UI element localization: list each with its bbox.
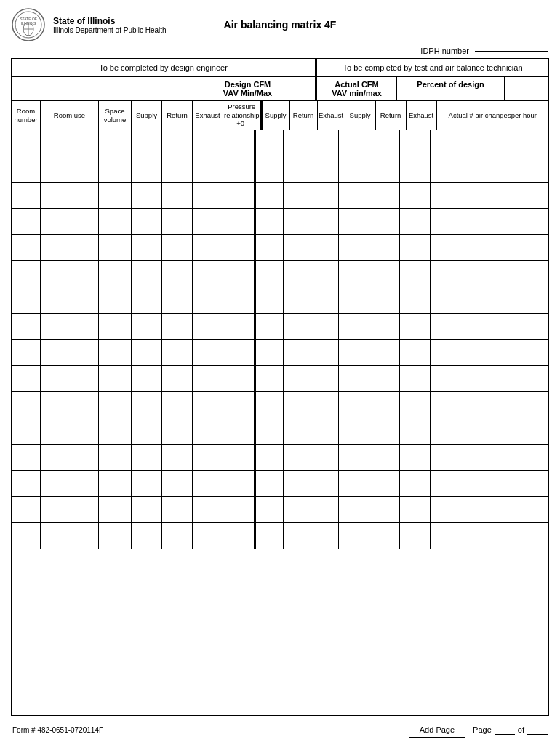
table-row — [12, 340, 548, 366]
table-cell — [99, 156, 132, 182]
add-page-button[interactable]: Add Page — [409, 722, 465, 738]
total-pages-line — [527, 725, 548, 735]
table-row — [12, 209, 548, 235]
table-cell — [12, 183, 41, 208]
col-exhaust-1: Exhaust — [193, 101, 223, 130]
table-row — [12, 261, 548, 287]
table-cell — [284, 445, 311, 470]
table-row — [12, 156, 548, 183]
table-cell — [223, 183, 256, 208]
table-cell — [369, 523, 400, 549]
table-cell — [369, 340, 400, 365]
table-cell — [162, 209, 193, 234]
sh-last-empty — [505, 77, 548, 100]
table-cell — [132, 392, 162, 418]
table-cell — [132, 523, 162, 549]
table-cell — [99, 287, 132, 313]
table-cell — [193, 209, 223, 234]
table-cell — [311, 156, 339, 182]
table-row — [12, 183, 548, 209]
table-cell — [12, 497, 41, 522]
table-cell — [12, 471, 41, 496]
table-cell — [400, 183, 431, 208]
table-cell — [256, 471, 284, 496]
table-cell — [12, 314, 41, 339]
table-cell — [284, 340, 311, 365]
table-cell — [369, 445, 400, 470]
table-cell — [99, 261, 132, 287]
table-cell — [431, 418, 548, 444]
table-cell — [431, 183, 548, 208]
table-cell — [284, 366, 311, 391]
table-cell — [162, 392, 193, 418]
table-cell — [132, 183, 162, 208]
table-cell — [431, 209, 548, 234]
table-cell — [193, 183, 223, 208]
table-cell — [12, 392, 41, 418]
table-cell — [223, 130, 256, 156]
header-text: State of Illinois Illinois Department of… — [53, 16, 167, 34]
table-cell — [162, 130, 193, 156]
table-cell — [99, 497, 132, 522]
table-cell — [132, 287, 162, 313]
table-cell — [12, 418, 41, 444]
table-cell — [193, 392, 223, 418]
table-cell — [339, 418, 369, 444]
table-cell — [162, 418, 193, 444]
table-cell — [311, 471, 339, 496]
table-cell — [99, 418, 132, 444]
table-cell — [99, 523, 132, 549]
table-cell — [132, 261, 162, 287]
page-title: Air balancing matrix 4F — [224, 19, 337, 31]
table-cell — [99, 183, 132, 208]
table-cell — [339, 392, 369, 418]
table-cell — [284, 209, 311, 234]
table-cell — [132, 314, 162, 339]
table-cell — [400, 156, 431, 182]
table-cell — [369, 471, 400, 496]
table-cell — [284, 156, 311, 182]
table-cell — [162, 287, 193, 313]
table-row — [12, 523, 548, 549]
table-cell — [162, 235, 193, 260]
table-cell — [256, 366, 284, 391]
table-cell — [311, 183, 339, 208]
table-cell — [41, 471, 99, 496]
table-cell — [311, 287, 339, 313]
table-cell — [369, 418, 400, 444]
col-space-volume: Space volume — [99, 101, 132, 130]
table-cell — [431, 497, 548, 522]
table-cell — [41, 445, 99, 470]
table-cell — [162, 261, 193, 287]
table-cell — [311, 418, 339, 444]
form-number: Form # 482-0651-0720114F — [12, 726, 103, 734]
table-cell — [284, 418, 311, 444]
table-cell — [284, 314, 311, 339]
table-cell — [256, 209, 284, 234]
table-cell — [41, 209, 99, 234]
table-cell — [369, 314, 400, 339]
table-cell — [369, 156, 400, 182]
idph-row: IDPH number — [11, 47, 549, 55]
table-cell — [369, 209, 400, 234]
table-cell — [12, 130, 41, 156]
table-cell — [41, 156, 99, 182]
table-cell — [99, 471, 132, 496]
table-cell — [431, 156, 548, 182]
table-cell — [41, 261, 99, 287]
table-cell — [162, 445, 193, 470]
sh-percent-design: Percent of design — [397, 77, 505, 100]
table-cell — [431, 392, 548, 418]
table-cell — [311, 261, 339, 287]
table-cell — [132, 130, 162, 156]
table-cell — [12, 445, 41, 470]
of-label: of — [518, 725, 524, 734]
table-cell — [369, 235, 400, 260]
table-cell — [41, 392, 99, 418]
table-cell — [12, 366, 41, 391]
table-cell — [339, 235, 369, 260]
col-header-row: Room number Room use Space volume Supply… — [12, 101, 548, 130]
table-cell — [431, 366, 548, 391]
table-cell — [284, 235, 311, 260]
table-cell — [132, 471, 162, 496]
